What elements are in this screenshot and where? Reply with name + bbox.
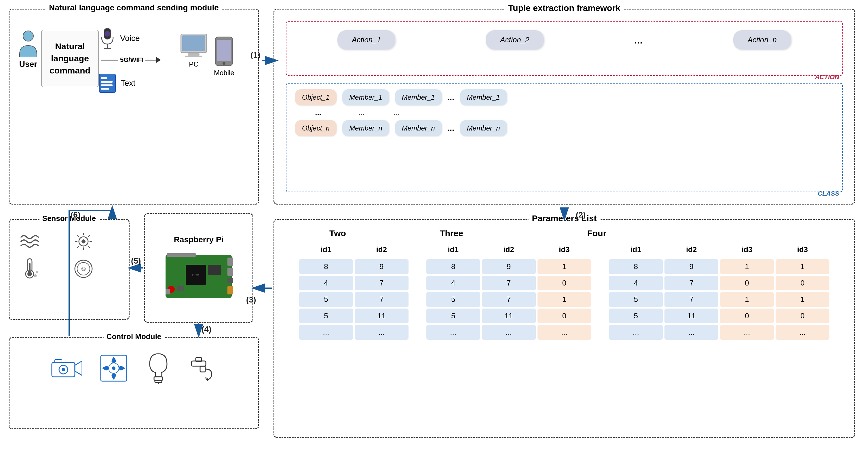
group-two-header: Two [298, 229, 378, 240]
svg-rect-13 [185, 56, 203, 57]
params-list-title: Parameters List [528, 213, 600, 223]
col-four-id1: id1 [609, 242, 663, 258]
pc-icon [179, 33, 208, 58]
params-data-table: id1 id2 id1 id2 id3 id1 id2 id3 id3 [298, 240, 831, 341]
r1-four-id2: 9 [664, 259, 718, 274]
r1-two-id2: 9 [355, 259, 408, 274]
svg-rect-46 [200, 366, 205, 372]
svg-rect-42 [154, 377, 163, 380]
action-1: Action_1 [337, 30, 395, 50]
r1-three-id3: 1 [537, 259, 591, 274]
svg-rect-61 [165, 289, 170, 294]
co-sensor-icon: © [72, 257, 95, 280]
svg-rect-52 [227, 258, 233, 266]
faucet-control-icon [189, 355, 217, 381]
svg-rect-60 [177, 287, 184, 291]
member-1-3: Member_1 [460, 89, 507, 106]
svg-rect-53 [227, 268, 233, 276]
sensor-icons-grid: © [9, 220, 129, 286]
col-three-id2: id2 [482, 242, 536, 258]
member-dots-1: ... [448, 93, 454, 102]
r1-four-id1: 8 [609, 259, 663, 274]
group-three-header: Three [395, 229, 507, 240]
connection-label: 5G/WIFI [120, 56, 144, 64]
action-area: Action_1 Action_2 ... Action_n ACTION [286, 21, 843, 76]
voice-method: Voice [99, 27, 140, 50]
svg-text:©: © [82, 266, 86, 272]
col-three-id1: id1 [426, 242, 480, 258]
temp-sensor-icon [18, 257, 41, 280]
svg-point-29 [27, 272, 32, 276]
mobile-icon [214, 35, 234, 67]
nl-module-box: Natural language command sending module … [9, 9, 259, 205]
svg-point-41 [112, 366, 116, 370]
object-n: Object_n [295, 120, 337, 136]
microphone-icon [99, 27, 116, 50]
class-section-label: CLASS [817, 190, 839, 197]
table-row: 5 11 5 11 0 5 11 0 0 [299, 308, 830, 323]
svg-rect-51 [167, 253, 196, 257]
group-four-header: Four [525, 229, 669, 240]
svg-line-24 [88, 246, 90, 248]
svg-point-36 [62, 368, 65, 371]
col-four-id3a: id3 [720, 242, 774, 258]
svg-rect-43 [155, 380, 162, 383]
r1-three-id2: 9 [482, 259, 536, 274]
col-four-id2: id2 [664, 242, 718, 258]
sensor-module-box: Sensor Module [9, 219, 129, 320]
pc-label: PC [189, 60, 198, 68]
svg-rect-30 [29, 263, 31, 271]
svg-rect-58 [227, 287, 233, 294]
control-module-title: Control Module [104, 332, 164, 341]
user-avatar-icon [17, 30, 40, 58]
svg-rect-12 [188, 53, 199, 56]
camera-control-icon [51, 357, 82, 380]
svg-line-23 [77, 235, 79, 237]
user-label: User [19, 60, 37, 69]
table-row: 5 7 5 7 1 5 7 1 1 [299, 292, 830, 307]
mobile-label: Mobile [214, 69, 234, 77]
svg-rect-11 [182, 35, 205, 51]
member-n-2: Member_n [395, 120, 442, 136]
tuple-framework-box: Tuple extraction framework Action_1 Acti… [274, 9, 855, 205]
text-method: Text [98, 73, 135, 94]
member-n-3: Member_n [460, 120, 507, 136]
svg-text:BCM: BCM [192, 273, 199, 277]
action-n: Action_n [733, 30, 791, 50]
member-n-1: Member_n [342, 120, 389, 136]
svg-point-0 [23, 31, 33, 41]
svg-rect-57 [208, 265, 221, 275]
col-two-id2: id2 [355, 242, 408, 258]
control-icons-row [9, 338, 258, 398]
action-items-row: Action_1 Action_2 ... Action_n [286, 22, 842, 58]
step4-label: (4) [202, 325, 211, 334]
r1-two-id1: 8 [299, 259, 353, 274]
table-row: ... ... ... ... ... ... ... ... ... [299, 325, 830, 340]
r1-three-id1: 8 [426, 259, 480, 274]
col-four-id3b: id3 [776, 242, 830, 258]
member-dots-n: ... [448, 124, 454, 133]
action-2: Action_2 [486, 30, 544, 50]
params-list-box: Parameters List Two Three Four id1 [274, 219, 855, 438]
mobile-device: Mobile [214, 35, 234, 77]
heat-sensor-icon [18, 231, 41, 251]
class-area: Object_1 Member_1 Member_1 ... Member_1 … [286, 83, 843, 192]
table-row: 4 7 4 7 0 4 7 0 0 [299, 276, 830, 291]
svg-point-18 [82, 239, 86, 243]
nl-command-text: Natural language command [50, 40, 90, 77]
svg-rect-15 [217, 40, 231, 61]
action-section-label: ACTION [815, 73, 839, 81]
control-module-box: Control Module [9, 337, 259, 429]
member-1-1: Member_1 [342, 89, 389, 106]
nl-module-title: Natural language command sending module [45, 3, 222, 12]
svg-rect-7 [101, 81, 113, 83]
r1-four-id3a: 1 [720, 259, 774, 274]
fan-control-icon [99, 354, 128, 383]
raspberry-pi-board-image: BCM [163, 249, 235, 301]
text-icon [98, 73, 117, 94]
svg-marker-37 [75, 361, 82, 376]
lamp-control-icon [145, 352, 171, 384]
svg-point-4 [104, 31, 110, 37]
pc-device: PC [179, 33, 208, 68]
raspberry-pi-title: Raspberry Pi [174, 235, 224, 244]
